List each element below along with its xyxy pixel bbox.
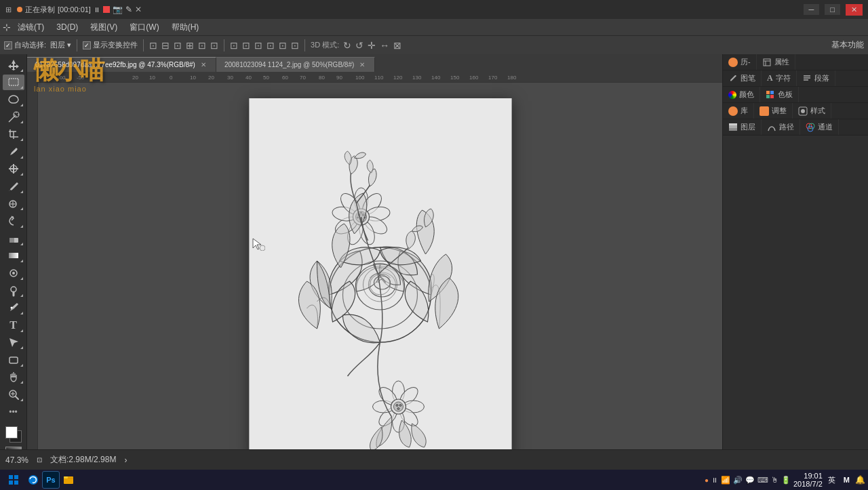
panel-tab-properties[interactable]: 属性 (757, 54, 795, 70)
magic-wand-tool[interactable] (3, 109, 24, 125)
move-tool[interactable] (3, 57, 24, 73)
menu-help[interactable]: 帮助(H) (166, 20, 205, 35)
tray-icon-1[interactable]: 📶 (721, 476, 730, 485)
panel-tab-lib[interactable]: 库 (723, 103, 754, 119)
distribute-left-icon[interactable]: ⊡ (230, 40, 238, 51)
tab-document-2[interactable]: 20081023094 1124_2.jpg @ 50%(RGB/8#) ✕ (216, 57, 375, 72)
brush-tool[interactable] (3, 178, 24, 195)
pause-icon[interactable]: ⏸ (94, 6, 100, 14)
tool-triangle (20, 156, 23, 159)
menu-3d[interactable]: 3D(D) (51, 21, 83, 33)
align-center-v-icon[interactable]: ⊟ (161, 40, 170, 51)
color-swatches[interactable] (3, 426, 24, 443)
3d-roll-icon[interactable]: ↺ (355, 40, 363, 51)
taskbar-notification[interactable]: 🔔 (855, 475, 865, 485)
3d-rotate-icon[interactable]: ↻ (343, 40, 351, 51)
align-right-icon[interactable]: ⊡ (174, 40, 182, 51)
taskbar-edge-icon[interactable] (24, 471, 42, 489)
taskbar-photoshop-icon[interactable]: Ps (42, 471, 60, 489)
tray-icon-2[interactable]: 🔊 (733, 476, 743, 485)
shape-tool[interactable] (3, 352, 24, 368)
menu-move-tool: ⊹ (3, 22, 11, 33)
menu-filterfx[interactable]: 滤镜(T) (12, 20, 50, 35)
transform-checkbox[interactable] (83, 41, 91, 49)
taskbar-clock[interactable]: 19:01 2018/7/2 (793, 472, 823, 488)
close-record-icon[interactable]: ✕ (135, 5, 142, 14)
tray-icon-6[interactable]: 🔋 (781, 476, 791, 485)
tray-icon-3[interactable]: 💬 (745, 476, 755, 485)
panel-tab-history[interactable]: 历- (723, 54, 757, 70)
title-bar-left: ⊞ 正在录制 [00:00:01] ⏸ 📷 ✎ ✕ (5, 5, 142, 15)
tray-icon-5[interactable]: 🖱 (771, 476, 778, 484)
panel-tab-adjust[interactable]: 调整 (754, 103, 793, 119)
panel-tab-swatches[interactable]: 色板 (760, 87, 799, 102)
text-tool[interactable]: T (3, 317, 24, 333)
lasso-tool[interactable] (3, 91, 24, 108)
menu-view[interactable]: 视图(V) (85, 20, 123, 35)
tray-pause-icon[interactable]: ⏸ (711, 476, 718, 484)
swatches-label: 色板 (778, 89, 793, 100)
distribute-right-icon[interactable]: ⊡ (254, 40, 262, 51)
zoom-tool[interactable] (3, 386, 24, 403)
tab-close-2[interactable]: ✕ (358, 61, 366, 68)
panel-tab-layers[interactable]: 图层 (723, 119, 762, 135)
auto-select-checkbox[interactable] (4, 41, 12, 49)
3d-scale-icon[interactable]: ⊠ (393, 40, 401, 51)
align-left-icon[interactable]: ⊡ (149, 40, 157, 51)
distribute-bottom-icon[interactable]: ⊡ (291, 40, 299, 51)
camera-icon[interactable]: 📷 (113, 5, 123, 14)
tool-triangle (20, 294, 23, 297)
tool-triangle (20, 346, 23, 349)
pen-tool[interactable] (3, 300, 24, 316)
tray-record-icon[interactable]: ● (705, 476, 709, 484)
more-tools-btn[interactable]: ••• (3, 404, 24, 420)
distribute-top-icon[interactable]: ⊡ (267, 40, 275, 51)
align-middle-h-icon[interactable]: ⊡ (198, 40, 206, 51)
close-btn[interactable]: ✕ (846, 4, 863, 16)
panel-tab-channels[interactable]: 通道 (800, 119, 839, 135)
layer-type-select[interactable]: 图层 ▾ (50, 40, 71, 50)
panel-tab-styles[interactable]: 样式 (793, 103, 831, 119)
distribute-center-icon[interactable]: ⊡ (242, 40, 250, 51)
start-button[interactable] (3, 472, 24, 488)
panel-tab-char[interactable]: A 字符 (762, 70, 797, 86)
auto-select-option[interactable]: 自动选择: (4, 40, 46, 50)
eraser-tool[interactable] (3, 230, 24, 247)
panel-tab-color[interactable]: 颜色 (723, 87, 760, 102)
select-rect-tool[interactable] (3, 75, 24, 91)
clone-tool[interactable] (3, 196, 24, 212)
char-label: 字符 (776, 73, 791, 83)
3d-pan-icon[interactable]: ✛ (368, 40, 376, 51)
panel-tab-para[interactable]: 段落 (797, 70, 835, 86)
taskbar-ime[interactable]: M (841, 476, 852, 484)
gradient-tool[interactable] (3, 248, 24, 264)
tray-icon-4[interactable]: ⌨ (757, 476, 768, 485)
taskbar-explorer-icon[interactable] (60, 471, 77, 489)
panel-tab-brush[interactable]: 图笔 (723, 70, 762, 86)
tab-close-1[interactable]: ✕ (199, 61, 208, 68)
hand-tool[interactable] (3, 369, 24, 386)
svg-point-118 (801, 109, 805, 113)
distribute-middle-icon[interactable]: ⊡ (279, 40, 287, 51)
transform-control-option[interactable]: 显示变换控件 (83, 40, 138, 50)
canvas-area[interactable] (38, 83, 722, 470)
stop-icon[interactable] (103, 6, 110, 13)
align-bottom-icon[interactable]: ⊡ (210, 40, 218, 51)
dodge-tool[interactable] (3, 283, 24, 299)
panel-tab-paths[interactable]: 路径 (762, 119, 800, 135)
heal-tool[interactable] (3, 161, 24, 178)
align-top-icon[interactable]: ⊞ (186, 40, 194, 51)
history-brush-tool[interactable] (3, 213, 24, 229)
crop-tool[interactable] (3, 126, 24, 142)
minimize-btn[interactable]: ─ (804, 4, 820, 15)
maximize-btn[interactable]: □ (825, 4, 840, 15)
foreground-color[interactable] (5, 426, 18, 438)
eyedropper-tool[interactable] (3, 144, 24, 160)
tab-document-1[interactable]: 01787658d097daa...77ee92fb.jpg @ 47.3%(R… (27, 57, 216, 72)
path-select-tool[interactable] (3, 335, 24, 351)
blur-tool[interactable] (3, 265, 24, 281)
taskbar-lang[interactable]: 英 (825, 475, 838, 485)
pencil-icon[interactable]: ✎ (125, 5, 132, 14)
3d-slide-icon[interactable]: ↔ (380, 40, 389, 51)
menu-window[interactable]: 窗口(W) (124, 20, 164, 35)
